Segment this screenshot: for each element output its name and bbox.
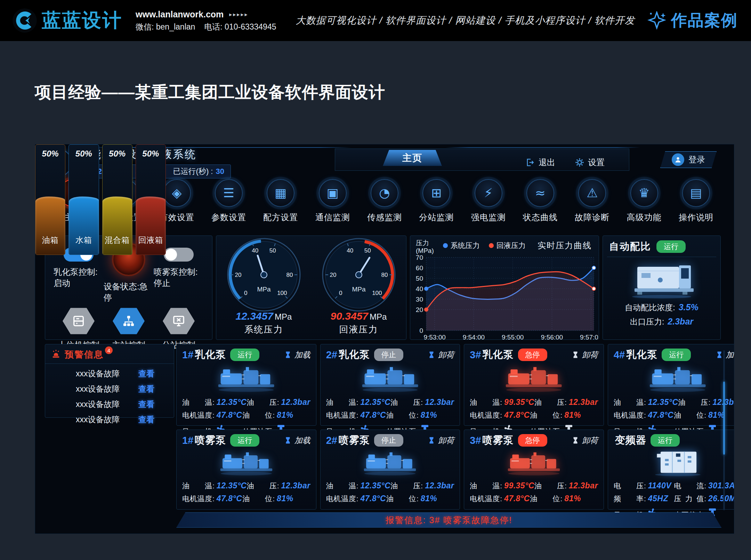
nav-label: 分站监测 xyxy=(419,212,454,223)
card-name: 喷雾泵 xyxy=(483,433,514,447)
stat-油温: 油温:99.35°C xyxy=(470,398,534,407)
nav-label: 配方设置 xyxy=(263,212,298,223)
view-link[interactable]: 查看 xyxy=(138,414,154,425)
nav-item-advanced-functions[interactable]: ♛ 高级功能 xyxy=(620,179,668,232)
stat-电机温度: 电机温度:47.8°C xyxy=(326,410,386,420)
load-button[interactable]: 加载 xyxy=(284,350,310,360)
substation-monitor-icon: ⊞ xyxy=(431,187,442,199)
site-logo[interactable]: 蓝蓝设计 xyxy=(12,8,122,33)
gauge-value: 90.3457MPa xyxy=(331,310,387,322)
phone-contact: 电话: 010-63334945 xyxy=(204,23,276,31)
system-pressure-gauge: 020405080100 MPa 12.3457MPa 系统压力 xyxy=(216,236,311,339)
inverter-card: 变频器 运行 电压:1140V电流:301.3A 频率:45HZ压力值:26.5… xyxy=(608,430,734,510)
comm-monitor-icon: ▣ xyxy=(327,187,339,199)
status-badge: 运行 xyxy=(662,349,691,361)
tank-percent: 50% xyxy=(136,149,165,159)
stat-油位: 油位:81% xyxy=(242,494,310,504)
auto-ratio-title: 自动配比 xyxy=(609,240,651,253)
nav-item-power-monitor[interactable]: ⚡ 强电监测 xyxy=(465,179,512,232)
exit-icon xyxy=(525,158,535,167)
stat-油温: 油温:12.35°C xyxy=(182,398,247,407)
exit-button[interactable]: 退出 xyxy=(525,157,555,168)
view-link[interactable]: 查看 xyxy=(138,384,154,394)
ratio-concentration-row: 自动配比浓度:3.5% xyxy=(609,302,714,313)
hourglass-icon xyxy=(572,351,579,359)
stat-电机温度: 电机温度:47.8°C xyxy=(182,494,242,504)
svg-text:60: 60 xyxy=(416,264,423,272)
nav-label: 操作说明 xyxy=(679,212,713,223)
svg-text:20: 20 xyxy=(235,272,241,278)
status-badge: 运行 xyxy=(230,349,259,361)
settings-button[interactable]: 设置 xyxy=(575,157,605,168)
nav-item-param-settings[interactable]: ☰ 参数设置 xyxy=(205,179,253,232)
svg-text:80: 80 xyxy=(381,272,388,278)
nav-item-recipe-settings[interactable]: ▦ 配方设置 xyxy=(257,179,305,232)
card-name: 变频器 xyxy=(615,433,646,447)
unload-button[interactable]: 卸荷 xyxy=(572,435,598,446)
alarm-bar: 报警信息: 3# 喷雾泵故障急停! xyxy=(176,512,721,528)
svg-text:50: 50 xyxy=(416,275,423,282)
spray-pump-2-card: 2# 喷雾泵 停止 卸荷 油温:12.35°C油压:12.3bar 电机温度:4… xyxy=(320,430,460,510)
stat-油位: 油位:81% xyxy=(386,494,454,504)
arrows-decoration: ▸▸▸▸▸ xyxy=(229,12,248,17)
unload-button[interactable]: 卸荷 xyxy=(572,350,598,360)
svg-text:9:55:00: 9:55:00 xyxy=(502,334,524,341)
nav-item-status-curve[interactable]: ≈ 状态曲线 xyxy=(516,179,564,232)
host-icon xyxy=(72,314,86,328)
spray-pump-toggle-label: 喷雾泵控制:停止 xyxy=(154,266,204,289)
svg-text:20: 20 xyxy=(330,272,336,278)
nav-item-substation-monitor[interactable]: ⊞ 分站监测 xyxy=(412,179,460,232)
hourglass-icon xyxy=(428,437,435,444)
stat-油温: 油温:12.35°C xyxy=(182,481,247,491)
portfolio-link[interactable]: 作品案例 xyxy=(647,10,738,31)
device-status-label: 设备状态:急停 xyxy=(104,281,154,303)
card-number: 1# xyxy=(182,435,193,446)
svg-text:100: 100 xyxy=(277,290,287,296)
card-name: 乳化泵 xyxy=(626,348,657,362)
legend-item: 回液压力 xyxy=(489,241,526,250)
status-badge: 运行 xyxy=(230,434,259,447)
fault-text: xxx设备故障 xyxy=(76,399,120,410)
svg-text:30: 30 xyxy=(416,296,423,303)
spray-pump-3-card: 3# 喷雾泵 急停 卸荷 油温:99.35°C油压:12.3bar 电机温度:4… xyxy=(464,430,604,510)
svg-text:40: 40 xyxy=(416,285,423,293)
lanlan-logo-icon xyxy=(12,8,38,33)
load-button[interactable]: 加载 xyxy=(284,435,310,446)
svg-text:9:53:00: 9:53:00 xyxy=(423,334,445,341)
card-number: 3# xyxy=(470,349,481,361)
pressure-gauges-panel: 020405080100 MPa 12.3457MPa 系统压力 0204050… xyxy=(216,235,406,340)
tank-水箱: 50% 水箱 xyxy=(68,144,99,255)
stat-油位: 油位:81% xyxy=(674,410,734,420)
nav-item-sensor-monitor[interactable]: ◔ 传感监测 xyxy=(361,179,409,232)
status-badge: 急停 xyxy=(518,434,547,447)
machine-image xyxy=(182,363,310,393)
card-name: 喷雾泵 xyxy=(195,433,226,447)
valid-settings-icon: ◈ xyxy=(172,187,182,199)
machine-image xyxy=(470,449,598,477)
dashboard-scrollbar[interactable] xyxy=(723,350,725,510)
unload-button[interactable]: 卸荷 xyxy=(428,435,454,446)
sparkle-icon xyxy=(647,11,667,30)
view-link[interactable]: 查看 xyxy=(138,368,154,379)
svg-text:0: 0 xyxy=(339,290,342,296)
status-badge: 停止 xyxy=(374,349,403,361)
svg-text:100: 100 xyxy=(372,290,382,296)
tab-home[interactable]: 主页 xyxy=(383,150,442,166)
ratio-machine-image xyxy=(609,261,714,299)
nav-item-comm-monitor[interactable]: ▣ 通信监测 xyxy=(309,179,357,232)
recipe-settings-icon: ▦ xyxy=(275,187,286,199)
hourglass-icon xyxy=(428,351,435,359)
stat-油压: 油压:12.3bar xyxy=(247,398,310,407)
unload-button[interactable]: 卸荷 xyxy=(428,350,454,360)
nav-item-operation-manual[interactable]: ▤ 操作说明 xyxy=(672,179,720,232)
stat-油压: 油压:12.3bar xyxy=(534,481,598,491)
login-button[interactable]: 登录 xyxy=(660,151,717,168)
spray-pump-toggle[interactable] xyxy=(164,248,194,262)
view-link[interactable]: 查看 xyxy=(138,399,154,410)
card-name: 乳化泵 xyxy=(195,348,226,362)
nav-item-fault-diagnosis[interactable]: ⚠ 故障诊断 xyxy=(568,179,616,232)
site-header: 蓝蓝设计 www.lanlanwork.com ▸▸▸▸▸ 微信: ben_la… xyxy=(0,0,751,41)
status-curve-icon: ≈ xyxy=(535,187,546,199)
site-url[interactable]: www.lanlanwork.com xyxy=(136,10,224,19)
gauge-label: 系统压力 xyxy=(244,323,283,336)
